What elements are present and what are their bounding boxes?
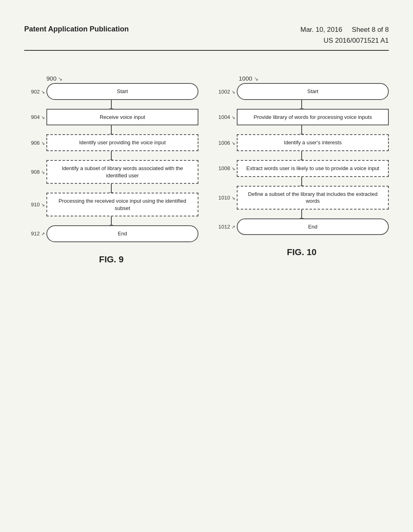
fig10-diagram: 1000 ↘ 1002 ↘ Start bbox=[215, 75, 389, 258]
fig10-extract-words-node: Extract words user is likely to use to p… bbox=[237, 160, 389, 177]
fig9-node-910-label: 910 ↘ bbox=[24, 202, 46, 208]
fig10-node-1002-content: Start bbox=[237, 83, 389, 100]
fig10-arrow-3 bbox=[215, 151, 389, 160]
fig10-label-1004: 1004 bbox=[218, 114, 230, 120]
fig9-identify-subset-text: Identify a subset of library words assoc… bbox=[62, 165, 183, 179]
publication-title: Patent Application Publication bbox=[24, 25, 129, 33]
fig10-label-1006: 1006 bbox=[218, 140, 230, 146]
fig9-label: FIG. 9 bbox=[99, 254, 123, 265]
fig10-title-num: 1000 bbox=[239, 75, 252, 82]
fig9-node-902-row: 902 ↘ Start bbox=[24, 83, 198, 100]
fig10-identify-interests-text: Identify a user's interests bbox=[284, 139, 342, 145]
fig10-provide-library-text: Provide library of words for processing … bbox=[254, 114, 372, 120]
fig10-node-1010-content: Define a subset of the library that incl… bbox=[237, 186, 389, 210]
fig10-node-1006-label: 1006 ↘ bbox=[215, 140, 237, 146]
fig9-end-text: End bbox=[118, 231, 127, 237]
fig10-node-1012-label: 1012 ↗ bbox=[215, 224, 237, 230]
fig9-node-902-content: Start bbox=[46, 83, 198, 100]
fig10-node-1002-row: 1002 ↘ Start bbox=[215, 83, 389, 100]
fig9-title-num: 900 bbox=[46, 75, 56, 82]
fig10-arrow-4 bbox=[215, 177, 389, 186]
fig9-node-912-content: End bbox=[46, 225, 198, 242]
fig10-start-node: Start bbox=[237, 83, 389, 100]
fig9-node-908-label: 908 ↘ bbox=[24, 169, 46, 175]
fig10-label: FIG. 10 bbox=[287, 247, 316, 258]
fig9-label-910: 910 bbox=[31, 202, 40, 208]
fig10-node-1012-content: End bbox=[237, 218, 389, 235]
fig9-receive-voice-node: Receive voice input bbox=[46, 109, 198, 126]
fig9-arrow-1 bbox=[24, 100, 198, 109]
fig10-label-1010: 1010 bbox=[218, 195, 230, 201]
fig10-start-text: Start bbox=[307, 88, 318, 94]
fig9-processing-node: Processing the received voice input usin… bbox=[46, 193, 198, 216]
fig10-node-1004-row: 1004 ↘ Provide library of words for proc… bbox=[215, 109, 389, 126]
fig9-title-arrow: ↘ bbox=[58, 76, 63, 82]
fig10-node-1004-label: 1004 ↘ bbox=[215, 114, 237, 120]
fig10-end-node: End bbox=[237, 218, 389, 235]
fig10-identify-interests-node: Identify a user's interests bbox=[237, 134, 389, 151]
fig10-node-1010-row: 1010 ↘ Define a subset of the library th… bbox=[215, 186, 389, 210]
fig9-processing-text: Processing the received voice input usin… bbox=[58, 198, 186, 211]
fig9-node-908-content: Identify a subset of library words assoc… bbox=[46, 160, 198, 184]
page-header: Patent Application Publication Mar. 10, … bbox=[24, 24, 389, 51]
fig10-arrow-1 bbox=[215, 100, 389, 109]
fig10-define-subset-text: Define a subset of the library that incl… bbox=[248, 191, 378, 204]
fig9-end-node: End bbox=[46, 225, 198, 242]
fig9-start-text: Start bbox=[117, 88, 128, 94]
fig10-node-1006-content: Identify a user's interests bbox=[237, 134, 389, 151]
fig10-node-1008-row: 1008 ↘ Extract words user is likely to u… bbox=[215, 160, 389, 177]
fig10-define-subset-node: Define a subset of the library that incl… bbox=[237, 186, 389, 210]
fig9-arrow-2 bbox=[24, 125, 198, 134]
fig9-node-906-row: 906 ↘ Identify user providing the voice … bbox=[24, 134, 198, 151]
fig10-node-1008-label: 1008 ↘ bbox=[215, 165, 237, 171]
publication-date: Mar. 10, 2016 bbox=[300, 26, 342, 33]
fig9-node-908-row: 908 ↘ Identify a subset of library words… bbox=[24, 160, 198, 184]
fig9-receive-voice-text: Receive voice input bbox=[100, 114, 145, 120]
fig9-start-node: Start bbox=[46, 83, 198, 100]
fig10-node-1004-content: Provide library of words for processing … bbox=[237, 109, 389, 126]
fig9-node-904-label: 904 ↘ bbox=[24, 114, 46, 120]
fig9-diagram: 900 ↘ 902 ↘ Start bbox=[24, 75, 198, 264]
fig9-label-902: 902 bbox=[31, 89, 40, 95]
fig10-node-1008-content: Extract words user is likely to use to p… bbox=[237, 160, 389, 177]
fig9-node-904-row: 904 ↘ Receive voice input bbox=[24, 109, 198, 126]
fig9-arrow-4 bbox=[24, 184, 198, 193]
fig9-label-908: 908 bbox=[31, 169, 40, 175]
fig9-node-912-label: 912 ↗ bbox=[24, 231, 46, 237]
fig10-node-1002-label: 1002 ↘ bbox=[215, 89, 237, 95]
patent-number: US 2016/0071521 A1 bbox=[323, 37, 389, 44]
fig9-identify-user-text: Identify user providing the voice input bbox=[79, 139, 166, 145]
fig10-arrow-2 bbox=[215, 125, 389, 134]
fig10-node-1006-row: 1006 ↘ Identify a user's interests bbox=[215, 134, 389, 151]
fig9-node-906-content: Identify user providing the voice input bbox=[46, 134, 198, 151]
fig10-end-text: End bbox=[308, 224, 317, 230]
header-title: Patent Application Publication bbox=[24, 24, 129, 34]
fig10-extract-words-text: Extract words user is likely to use to p… bbox=[246, 165, 379, 171]
diagrams-area: 900 ↘ 902 ↘ Start bbox=[24, 75, 389, 264]
fig9-node-912-row: 912 ↗ End bbox=[24, 225, 198, 242]
fig9-node-910-content: Processing the received voice input usin… bbox=[46, 193, 198, 216]
fig9-node-904-content: Receive voice input bbox=[46, 109, 198, 126]
fig10-provide-library-node: Provide library of words for processing … bbox=[237, 109, 389, 126]
fig9-identify-subset-node: Identify a subset of library words assoc… bbox=[46, 160, 198, 184]
fig9-label-906: 906 bbox=[31, 140, 40, 146]
fig10-arrow-5 bbox=[215, 210, 389, 218]
fig10-node-1012-row: 1012 ↗ End bbox=[215, 218, 389, 235]
fig9-node-906-label: 906 ↘ bbox=[24, 140, 46, 146]
sheet-number: Sheet 8 of 8 bbox=[352, 26, 389, 33]
fig10-node-1010-label: 1010 ↘ bbox=[215, 195, 237, 201]
fig9-label-904: 904 bbox=[31, 114, 40, 120]
fig9-arrow-3 bbox=[24, 151, 198, 160]
fig9-node-910-row: 910 ↘ Processing the received voice inpu… bbox=[24, 193, 198, 216]
fig10-title-arrow: ↘ bbox=[254, 76, 259, 82]
fig9-label-912: 912 bbox=[31, 231, 40, 237]
fig10-label-1008: 1008 bbox=[218, 165, 230, 171]
fig10-label-1002: 1002 bbox=[218, 89, 230, 95]
fig10-label-1012: 1012 bbox=[218, 224, 230, 230]
fig9-arrow-5 bbox=[24, 216, 198, 225]
fig9-node-902-label: 902 ↘ bbox=[24, 89, 46, 95]
header-meta: Mar. 10, 2016 Sheet 8 of 8 US 2016/00715… bbox=[300, 24, 389, 46]
fig9-identify-user-node: Identify user providing the voice input bbox=[46, 134, 198, 151]
